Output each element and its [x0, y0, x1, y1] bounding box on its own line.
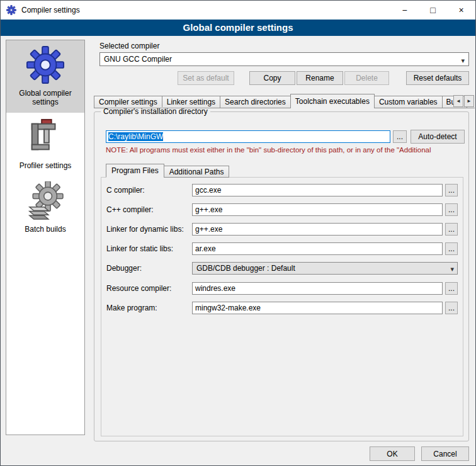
gear-blue-icon	[26, 45, 65, 84]
titlebar: Compiler settings − □ ×	[1, 1, 475, 20]
browse-button[interactable]: ...	[445, 242, 458, 255]
tab-linker-settings[interactable]: Linker settings	[162, 96, 220, 108]
cancel-button[interactable]: Cancel	[421, 446, 469, 461]
field-label: Debugger:	[106, 264, 142, 273]
caption-buttons: − □ ×	[390, 1, 475, 20]
profiler-icon	[26, 118, 65, 157]
debugger-select-value: GDB/CDB debugger : Default	[196, 264, 295, 273]
c-compiler-input[interactable]: gcc.exe	[192, 184, 443, 196]
browse-button[interactable]: ...	[445, 223, 458, 236]
chevron-down-icon: ▾	[461, 54, 465, 66]
compiler-select-value: GNU GCC Compiler	[104, 55, 172, 64]
tab-scroll-right-icon[interactable]: ►	[464, 95, 474, 107]
compiler-select[interactable]: GNU GCC Compiler ▾	[99, 52, 469, 66]
close-icon[interactable]: ×	[447, 1, 475, 20]
field-label: Make program:	[106, 304, 157, 312]
field-label: Linker for static libs:	[106, 244, 173, 253]
installation-directory-group: Compiler's installation directory C:\ray…	[94, 111, 469, 441]
dynamic-linker-input[interactable]: g++.exe	[192, 223, 443, 236]
browse-button[interactable]: ...	[445, 203, 458, 216]
chevron-down-icon: ▾	[450, 263, 454, 275]
debugger-select[interactable]: GDB/CDB debugger : Default ▾	[192, 262, 458, 275]
note-text: NOTE: All programs must exist either in …	[106, 146, 467, 154]
subtab-additional-paths[interactable]: Additional Paths	[164, 166, 230, 178]
tab-scroll-left-icon[interactable]: ◄	[453, 95, 463, 107]
tab-search-directories[interactable]: Search directories	[220, 96, 291, 108]
sidebar-item-label: Global compiler settings	[9, 89, 82, 106]
sidebar-item-label: Profiler settings	[9, 161, 82, 170]
settings-tabstrip: Compiler settings Linker settings Search…	[94, 94, 475, 108]
tab-custom-variables[interactable]: Custom variables	[374, 96, 443, 108]
tab-scroll-buttons: ◄ ►	[453, 95, 474, 107]
field-label: C++ compiler:	[106, 205, 154, 214]
static-linker-row: Linker for static libs: ar.exe ...	[101, 242, 463, 256]
minimize-icon[interactable]: −	[390, 1, 419, 20]
dynamic-linker-row: Linker for dynamic libs: g++.exe ...	[101, 223, 463, 237]
sidebar-item-global-compiler-settings[interactable]: Global compiler settings	[6, 40, 84, 113]
sidebar-item-batch-builds[interactable]: Batch builds	[6, 176, 84, 240]
sidebar-item-label: Batch builds	[9, 225, 82, 234]
make-program-row: Make program: mingw32-make.exe ...	[101, 302, 463, 315]
subtab-program-files[interactable]: Program Files	[106, 164, 164, 178]
browse-button[interactable]: ...	[445, 302, 458, 314]
installation-dir-value: C:\raylib\MinGW	[108, 132, 163, 141]
delete-button: Delete	[344, 71, 389, 85]
set-as-default-button: Set as default	[178, 71, 234, 85]
resource-compiler-input[interactable]: windres.exe	[192, 282, 443, 295]
make-program-input[interactable]: mingw32-make.exe	[192, 302, 443, 314]
selected-compiler-label: Selected compiler	[99, 42, 159, 50]
resource-compiler-row: Resource compiler: windres.exe ...	[101, 282, 463, 296]
debugger-row: Debugger: GDB/CDB debugger : Default ▾	[101, 262, 463, 276]
sidebar-item-profiler-settings[interactable]: Profiler settings	[6, 113, 84, 176]
app-icon	[6, 5, 16, 15]
ok-button[interactable]: OK	[370, 446, 415, 461]
maximize-icon[interactable]: □	[419, 1, 447, 20]
browse-button[interactable]: ...	[445, 184, 458, 196]
autodetect-button[interactable]: Auto-detect	[411, 130, 465, 144]
browse-dir-button[interactable]: ...	[393, 130, 407, 143]
field-label: C compiler:	[106, 186, 145, 195]
browse-button[interactable]: ...	[445, 282, 458, 295]
rename-button[interactable]: Rename	[297, 71, 343, 85]
cpp-compiler-input[interactable]: g++.exe	[192, 203, 443, 216]
installation-dir-input[interactable]: C:\raylib\MinGW	[106, 130, 390, 143]
group-title: Compiler's installation directory	[101, 107, 210, 116]
window-title: Compiler settings	[21, 6, 80, 14]
gear-gray-icon	[26, 181, 65, 220]
tab-toolchain-executables[interactable]: Toolchain executables	[290, 94, 375, 108]
copy-button[interactable]: Copy	[249, 71, 295, 85]
field-label: Resource compiler:	[106, 284, 171, 293]
toolchain-subtabs: Program Files Additional Paths	[106, 164, 229, 178]
tab-compiler-settings[interactable]: Compiler settings	[94, 96, 162, 108]
compiler-settings-window: Compiler settings − □ × Global compiler …	[0, 0, 476, 466]
c-compiler-row: C compiler: gcc.exe ...	[101, 184, 463, 198]
reset-defaults-button[interactable]: Reset defaults	[406, 71, 469, 85]
settings-sidebar: Global compiler settings Profiler settin…	[6, 40, 85, 435]
cpp-compiler-row: C++ compiler: g++.exe ...	[101, 203, 463, 217]
page-title: Global compiler settings	[1, 20, 475, 36]
field-label: Linker for dynamic libs:	[106, 225, 184, 234]
program-files-page: C compiler: gcc.exe ... C++ compiler: g+…	[101, 177, 463, 436]
static-linker-input[interactable]: ar.exe	[192, 242, 443, 255]
